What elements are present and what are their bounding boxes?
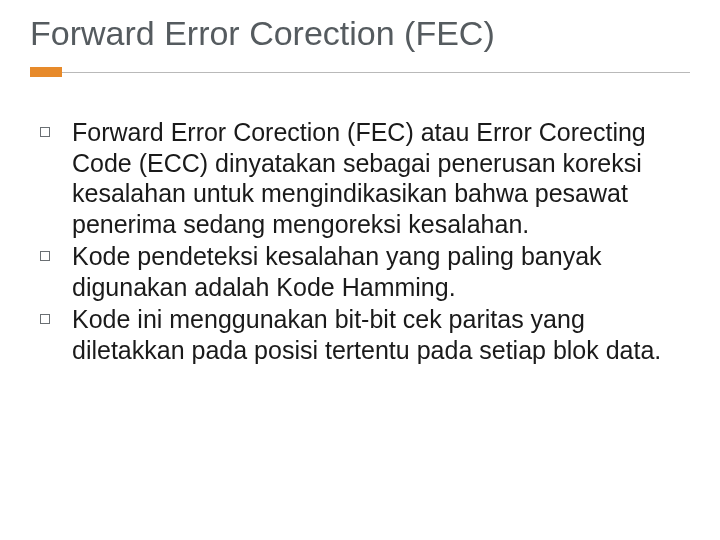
horizontal-rule xyxy=(62,72,690,73)
accent-bar xyxy=(30,67,62,77)
slide: Forward Error Corection (FEC) Forward Er… xyxy=(0,0,720,540)
bullet-icon xyxy=(40,314,50,324)
bullet-text: Forward Error Corection (FEC) atau Error… xyxy=(72,117,680,239)
list-item: Kode ini menggunakan bit-bit cek paritas… xyxy=(40,304,680,365)
divider xyxy=(30,67,690,77)
bullet-text: Kode pendeteksi kesalahan yang paling ba… xyxy=(72,241,680,302)
bullet-icon xyxy=(40,127,50,137)
bullet-icon xyxy=(40,251,50,261)
content-area: Forward Error Corection (FEC) atau Error… xyxy=(30,117,690,365)
slide-title: Forward Error Corection (FEC) xyxy=(30,14,690,53)
list-item: Kode pendeteksi kesalahan yang paling ba… xyxy=(40,241,680,302)
bullet-text: Kode ini menggunakan bit-bit cek paritas… xyxy=(72,304,680,365)
list-item: Forward Error Corection (FEC) atau Error… xyxy=(40,117,680,239)
